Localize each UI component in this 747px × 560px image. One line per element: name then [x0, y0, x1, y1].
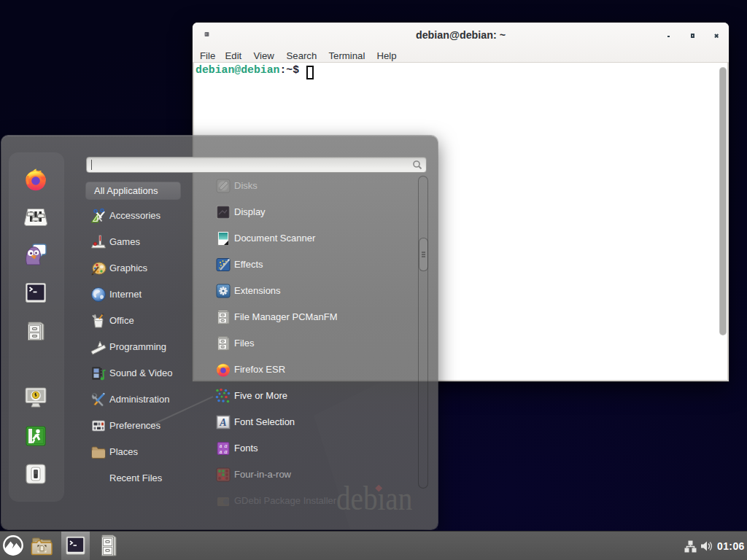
svg-text:A: A [219, 417, 226, 428]
svg-text:a: a [225, 448, 228, 455]
svg-text:a: a [220, 448, 222, 455]
